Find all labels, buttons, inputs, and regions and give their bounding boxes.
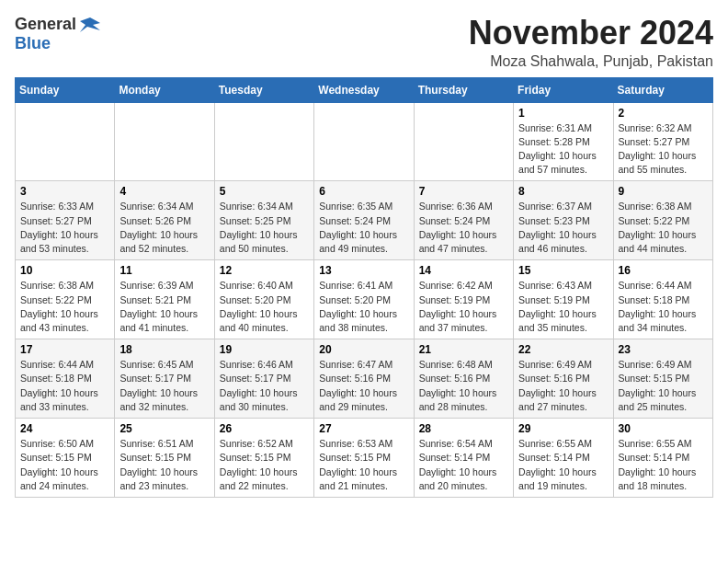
day-info: Sunrise: 6:38 AM Sunset: 5:22 PM Dayligh… <box>619 200 708 256</box>
day-number: 6 <box>319 185 408 198</box>
day-number: 15 <box>518 264 608 277</box>
calendar-table: SundayMondayTuesdayWednesdayThursdayFrid… <box>15 77 713 498</box>
svg-marker-0 <box>80 17 100 32</box>
day-info: Sunrise: 6:37 AM Sunset: 5:23 PM Dayligh… <box>518 200 608 256</box>
calendar-cell: 10Sunrise: 6:38 AM Sunset: 5:22 PM Dayli… <box>16 260 115 339</box>
location-title: Moza Shahwala, Punjab, Pakistan <box>469 53 713 70</box>
day-info: Sunrise: 6:55 AM Sunset: 5:14 PM Dayligh… <box>619 437 708 493</box>
day-number: 24 <box>20 422 109 435</box>
day-number: 3 <box>20 185 109 198</box>
day-number: 4 <box>119 185 209 198</box>
day-number: 17 <box>20 343 109 356</box>
calendar-week-1: 1Sunrise: 6:31 AM Sunset: 5:28 PM Daylig… <box>16 102 713 181</box>
day-number: 20 <box>319 343 408 356</box>
calendar-cell: 7Sunrise: 6:36 AM Sunset: 5:24 PM Daylig… <box>414 181 513 260</box>
calendar-cell: 14Sunrise: 6:42 AM Sunset: 5:19 PM Dayli… <box>414 260 513 339</box>
calendar-week-3: 10Sunrise: 6:38 AM Sunset: 5:22 PM Dayli… <box>16 260 713 339</box>
day-number: 14 <box>419 264 508 277</box>
calendar-cell: 12Sunrise: 6:40 AM Sunset: 5:20 PM Dayli… <box>214 260 313 339</box>
calendar-header-saturday: Saturday <box>613 77 712 102</box>
calendar-cell: 2Sunrise: 6:32 AM Sunset: 5:27 PM Daylig… <box>613 102 712 181</box>
calendar-cell: 8Sunrise: 6:37 AM Sunset: 5:23 PM Daylig… <box>514 181 613 260</box>
month-title: November 2024 <box>469 15 713 52</box>
day-info: Sunrise: 6:50 AM Sunset: 5:15 PM Dayligh… <box>20 437 109 493</box>
calendar-cell: 22Sunrise: 6:49 AM Sunset: 5:16 PM Dayli… <box>514 339 613 419</box>
day-info: Sunrise: 6:38 AM Sunset: 5:22 PM Dayligh… <box>20 279 109 335</box>
day-number: 22 <box>518 343 608 356</box>
day-info: Sunrise: 6:55 AM Sunset: 5:14 PM Dayligh… <box>518 437 608 493</box>
calendar-cell <box>214 102 313 181</box>
day-number: 10 <box>20 264 109 277</box>
calendar-cell: 3Sunrise: 6:33 AM Sunset: 5:27 PM Daylig… <box>16 181 115 260</box>
calendar-header-sunday: Sunday <box>16 77 115 102</box>
calendar-cell: 16Sunrise: 6:44 AM Sunset: 5:18 PM Dayli… <box>613 260 712 339</box>
calendar-header-row: SundayMondayTuesdayWednesdayThursdayFrid… <box>16 77 713 102</box>
day-number: 9 <box>619 185 708 198</box>
calendar-cell: 1Sunrise: 6:31 AM Sunset: 5:28 PM Daylig… <box>514 102 613 181</box>
calendar-cell: 4Sunrise: 6:34 AM Sunset: 5:26 PM Daylig… <box>115 181 214 260</box>
day-number: 2 <box>619 107 708 120</box>
calendar-cell: 15Sunrise: 6:43 AM Sunset: 5:19 PM Dayli… <box>514 260 613 339</box>
calendar-cell: 27Sunrise: 6:53 AM Sunset: 5:15 PM Dayli… <box>314 419 414 498</box>
day-info: Sunrise: 6:47 AM Sunset: 5:16 PM Dayligh… <box>319 358 408 414</box>
day-info: Sunrise: 6:48 AM Sunset: 5:16 PM Dayligh… <box>419 358 508 414</box>
calendar-cell: 26Sunrise: 6:52 AM Sunset: 5:15 PM Dayli… <box>214 419 313 498</box>
day-number: 16 <box>619 264 708 277</box>
page-header: General Blue November 2024 Moza Shahwala… <box>15 15 713 70</box>
calendar-cell: 11Sunrise: 6:39 AM Sunset: 5:21 PM Dayli… <box>115 260 214 339</box>
logo-blue-text: Blue <box>15 34 51 52</box>
day-info: Sunrise: 6:49 AM Sunset: 5:15 PM Dayligh… <box>619 358 708 414</box>
logo: General Blue <box>15 15 100 53</box>
calendar-week-4: 17Sunrise: 6:44 AM Sunset: 5:18 PM Dayli… <box>16 339 713 419</box>
day-number: 25 <box>119 422 209 435</box>
calendar-header-monday: Monday <box>115 77 214 102</box>
calendar-cell: 13Sunrise: 6:41 AM Sunset: 5:20 PM Dayli… <box>314 260 414 339</box>
calendar-cell: 19Sunrise: 6:46 AM Sunset: 5:17 PM Dayli… <box>214 339 313 419</box>
calendar-cell: 25Sunrise: 6:51 AM Sunset: 5:15 PM Dayli… <box>115 419 214 498</box>
day-number: 12 <box>220 264 309 277</box>
day-info: Sunrise: 6:44 AM Sunset: 5:18 PM Dayligh… <box>619 279 708 335</box>
day-info: Sunrise: 6:45 AM Sunset: 5:17 PM Dayligh… <box>119 358 209 414</box>
calendar-cell: 28Sunrise: 6:54 AM Sunset: 5:14 PM Dayli… <box>414 419 513 498</box>
day-number: 28 <box>419 422 508 435</box>
day-number: 29 <box>518 422 608 435</box>
logo-bird-icon <box>80 16 100 34</box>
day-info: Sunrise: 6:44 AM Sunset: 5:18 PM Dayligh… <box>20 358 109 414</box>
day-number: 13 <box>319 264 408 277</box>
calendar-cell: 23Sunrise: 6:49 AM Sunset: 5:15 PM Dayli… <box>613 339 712 419</box>
day-number: 21 <box>419 343 508 356</box>
logo-general-text: General <box>15 15 76 34</box>
day-info: Sunrise: 6:34 AM Sunset: 5:26 PM Dayligh… <box>119 200 209 256</box>
calendar-cell: 17Sunrise: 6:44 AM Sunset: 5:18 PM Dayli… <box>16 339 115 419</box>
day-number: 11 <box>119 264 209 277</box>
day-info: Sunrise: 6:46 AM Sunset: 5:17 PM Dayligh… <box>220 358 309 414</box>
day-info: Sunrise: 6:51 AM Sunset: 5:15 PM Dayligh… <box>119 437 209 493</box>
day-info: Sunrise: 6:36 AM Sunset: 5:24 PM Dayligh… <box>419 200 508 256</box>
day-number: 23 <box>619 343 708 356</box>
calendar-week-2: 3Sunrise: 6:33 AM Sunset: 5:27 PM Daylig… <box>16 181 713 260</box>
day-info: Sunrise: 6:42 AM Sunset: 5:19 PM Dayligh… <box>419 279 508 335</box>
calendar-header-tuesday: Tuesday <box>214 77 313 102</box>
day-info: Sunrise: 6:32 AM Sunset: 5:27 PM Dayligh… <box>619 121 708 178</box>
calendar-header-thursday: Thursday <box>414 77 513 102</box>
day-info: Sunrise: 6:39 AM Sunset: 5:21 PM Dayligh… <box>119 279 209 335</box>
calendar-cell: 29Sunrise: 6:55 AM Sunset: 5:14 PM Dayli… <box>514 419 613 498</box>
day-info: Sunrise: 6:53 AM Sunset: 5:15 PM Dayligh… <box>319 437 408 493</box>
calendar-cell <box>115 102 214 181</box>
calendar-cell <box>16 102 115 181</box>
calendar-cell: 24Sunrise: 6:50 AM Sunset: 5:15 PM Dayli… <box>16 419 115 498</box>
day-info: Sunrise: 6:34 AM Sunset: 5:25 PM Dayligh… <box>220 200 309 256</box>
day-number: 27 <box>319 422 408 435</box>
day-number: 5 <box>220 185 309 198</box>
calendar-cell <box>314 102 414 181</box>
day-number: 7 <box>419 185 508 198</box>
day-number: 8 <box>518 185 608 198</box>
day-info: Sunrise: 6:54 AM Sunset: 5:14 PM Dayligh… <box>419 437 508 493</box>
day-number: 30 <box>619 422 708 435</box>
calendar-cell: 30Sunrise: 6:55 AM Sunset: 5:14 PM Dayli… <box>613 419 712 498</box>
calendar-week-5: 24Sunrise: 6:50 AM Sunset: 5:15 PM Dayli… <box>16 419 713 498</box>
day-info: Sunrise: 6:43 AM Sunset: 5:19 PM Dayligh… <box>518 279 608 335</box>
title-block: November 2024 Moza Shahwala, Punjab, Pak… <box>469 15 713 70</box>
calendar-cell: 5Sunrise: 6:34 AM Sunset: 5:25 PM Daylig… <box>214 181 313 260</box>
day-info: Sunrise: 6:49 AM Sunset: 5:16 PM Dayligh… <box>518 358 608 414</box>
